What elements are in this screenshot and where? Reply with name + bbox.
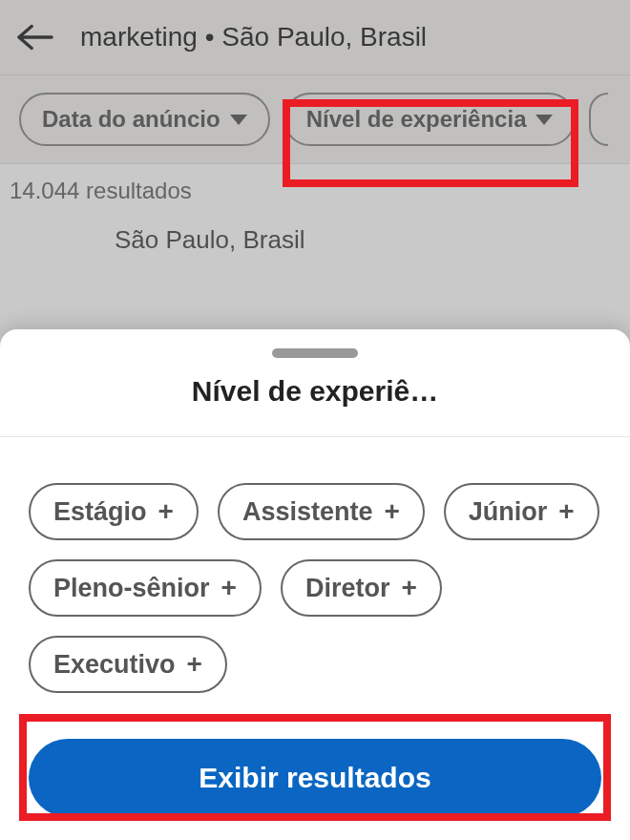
option-mid-senior-label: Pleno-sênior [53,574,210,603]
result-location: São Paulo, Brasil [0,218,630,274]
option-mid-senior[interactable]: Pleno-sênior + [29,559,262,617]
sheet-title: Nível de experiê… [0,375,630,437]
show-results-button[interactable]: Exibir resultados [29,739,601,817]
filter-date-posted[interactable]: Data do anúncio [19,93,270,146]
option-director-label: Diretor [305,574,390,603]
chevron-down-icon [230,115,247,125]
search-header: marketing • São Paulo, Brasil [0,0,630,75]
back-arrow-icon[interactable] [17,19,53,55]
search-title: marketing • São Paulo, Brasil [80,22,427,52]
option-executive[interactable]: Executivo + [29,636,227,693]
option-director[interactable]: Diretor + [281,559,442,617]
chevron-down-icon [536,115,553,125]
results-count: 14.044 resultados [0,164,630,218]
option-assistant[interactable]: Assistente + [218,483,425,540]
plus-icon: + [158,496,174,527]
experience-options-container: Estágio + Assistente + Júnior + Pleno-sê… [0,437,630,729]
plus-icon: + [187,649,202,680]
plus-icon: + [384,496,399,527]
filter-bar: Data do anúncio Nível de experiência [0,75,630,164]
option-junior[interactable]: Júnior + [444,483,599,540]
option-executive-label: Executivo [53,650,176,680]
plus-icon: + [558,496,574,527]
option-junior-label: Júnior [469,497,548,527]
filter-more[interactable] [589,93,608,146]
filter-date-posted-label: Data do anúncio [42,106,220,133]
option-internship[interactable]: Estágio + [29,483,199,540]
option-assistant-label: Assistente [242,497,373,527]
plus-icon: + [401,573,416,603]
filter-experience-level-label: Nível de experiência [306,106,527,133]
plus-icon: + [221,573,237,603]
filter-experience-level[interactable]: Nível de experiência [284,93,577,146]
experience-level-bottom-sheet: Nível de experiê… Estágio + Assistente +… [0,329,630,840]
option-internship-label: Estágio [53,497,147,527]
sheet-drag-handle[interactable] [272,348,358,358]
